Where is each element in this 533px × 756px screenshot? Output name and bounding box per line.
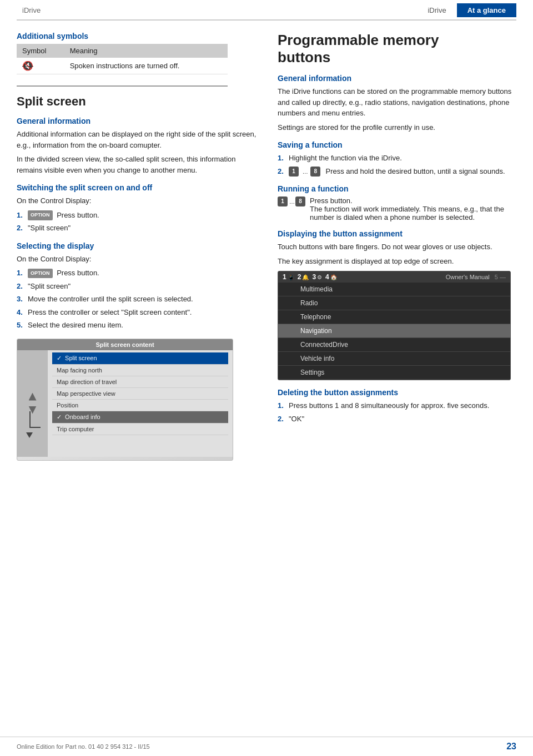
- switching-subtitle: Switching the split screen on and off: [17, 183, 261, 192]
- btn-display-row: Settings: [278, 366, 510, 380]
- ss-menu-item: Map facing north: [52, 365, 228, 376]
- step-item: 4. Press the controller or select "Split…: [17, 307, 261, 318]
- ss-menu-item: Map direction of travel: [52, 376, 228, 388]
- btn-header-item-3: 3 ⚙: [312, 273, 322, 281]
- saving-subtitle: Saving a function: [278, 140, 516, 149]
- additional-symbols-title: Additional symbols: [17, 32, 261, 41]
- switching-intro: On the Control Display:: [17, 195, 261, 206]
- step-item: 1. Highlight the function via the iDrive…: [278, 153, 516, 164]
- step-item: 2. "Split screen": [17, 281, 261, 292]
- step-item: 5. Select the desired menu item.: [17, 320, 261, 331]
- step-item: 3. Move the controller until the split s…: [17, 294, 261, 305]
- section-divider: [17, 85, 228, 87]
- page-number: 23: [506, 742, 516, 752]
- ss-menu-item-onboard: ✓ Onboard info: [52, 411, 228, 424]
- splitscreen-menu: ✓ Split screen Map facing north Map dire…: [48, 350, 233, 457]
- symbols-row: 🔇 Spoken instructions are turned off.: [17, 58, 228, 74]
- symbols-col-symbol: Symbol: [17, 44, 64, 58]
- step-item: 2. 1 … 8 Press and hold the desired butt…: [278, 166, 516, 177]
- step-item: 1. Press buttons 1 and 8 simultaneously …: [278, 400, 516, 411]
- btn-header-item-2: 2 🔔: [298, 273, 309, 281]
- btn-display-owner-manual: Owner's Manual: [446, 274, 490, 280]
- prog-general-info-subtitle: General information: [278, 74, 516, 83]
- step-item: 1. OPTION Press button.: [17, 268, 261, 279]
- selecting-steps: 1. OPTION Press button. 2. "Split screen…: [17, 268, 261, 331]
- symbols-table: Symbol Meaning 🔇 Spoken instructions are…: [17, 44, 228, 74]
- prog-general-para-2: Settings are stored for the profile curr…: [278, 122, 516, 133]
- ss-menu-item: ✓ Split screen: [52, 352, 228, 365]
- saving-steps: 1. Highlight the function via the iDrive…: [278, 153, 516, 177]
- btn-display-row: ConnectedDrive: [278, 338, 510, 352]
- main-content: Additional symbols Symbol Meaning 🔇 Spok…: [0, 21, 533, 483]
- step-item: 1. OPTION Press button.: [17, 210, 261, 221]
- header-tabs: iDrive At a glance: [417, 3, 516, 17]
- footer-text: Online Edition for Part no. 01 40 2 954 …: [17, 743, 150, 750]
- symbols-col-meaning: Meaning: [64, 44, 228, 58]
- programmable-memory-title: Programmable memorybuttons: [278, 32, 516, 66]
- page-header: iDrive iDrive At a glance: [17, 0, 516, 21]
- btn-display-body: Multimedia Radio Telephone Navigation Co…: [278, 283, 510, 380]
- running-text: The function will work immediately. This…: [310, 205, 504, 221]
- symbol-icon: 🔇: [17, 58, 64, 74]
- ss-menu-item: Position: [52, 400, 228, 411]
- btn-display-header: 1 📱 2 🔔 3 ⚙ 4 🏠 Owner's Manual 5 —: [278, 271, 510, 283]
- symbol-meaning: Spoken instructions are turned off.: [64, 58, 228, 74]
- selecting-intro: On the Control Display:: [17, 254, 261, 265]
- header-left-label: iDrive: [17, 6, 41, 14]
- tab-idrive[interactable]: iDrive: [417, 3, 456, 17]
- general-info-para-2: In the divided screen view, the so-calle…: [17, 154, 261, 175]
- left-column: Additional symbols Symbol Meaning 🔇 Spok…: [17, 32, 261, 461]
- btn-header-item-1: 1 📱: [283, 273, 294, 281]
- prog-general-para-1: The iDrive functions can be stored on th…: [278, 86, 516, 119]
- splitscreen-image: Split screen content ✓ Split screen Map …: [17, 339, 233, 461]
- button-display-image: 1 📱 2 🔔 3 ⚙ 4 🏠 Owner's Manual 5 —: [278, 271, 511, 380]
- num-btn-1: 1: [289, 167, 299, 177]
- btn-display-row: Vehicle info: [278, 352, 510, 366]
- deleting-subtitle: Deleting the button assignments: [278, 388, 516, 397]
- run-num-btn-8: 8: [295, 196, 305, 206]
- switching-steps: 1. OPTION Press button. 2. "Split screen…: [17, 210, 261, 234]
- num-btn-8: 8: [310, 167, 320, 177]
- selecting-subtitle: Selecting the display: [17, 241, 261, 250]
- running-section: 1 … 8 Press button. The function will wo…: [278, 196, 516, 221]
- btn-display-row: Multimedia: [278, 283, 510, 296]
- tab-at-a-glance[interactable]: At a glance: [457, 3, 516, 17]
- general-info-subtitle-left: General information: [17, 117, 261, 125]
- ss-menu-item: Map perspective view: [52, 388, 228, 400]
- ss-menu-item: Trip computer: [52, 424, 228, 435]
- run-num-btn-1: 1: [278, 196, 288, 206]
- step-item: 2. "Split screen": [17, 223, 261, 234]
- option-button-icon: OPTION: [28, 269, 53, 279]
- splitscreen-left-controls: [17, 350, 48, 457]
- general-info-para-1: Additional information can be displayed …: [17, 129, 261, 150]
- displaying-subtitle: Displaying the button assignment: [278, 229, 516, 238]
- btn-display-row: Telephone: [278, 310, 510, 324]
- displaying-para-1: Touch buttons with bare fingers. Do not …: [278, 241, 516, 253]
- split-screen-title: Split screen: [17, 94, 261, 109]
- displaying-para-2: The key assignment is displayed at top e…: [278, 256, 516, 267]
- deleting-steps: 1. Press buttons 1 and 8 simultaneously …: [278, 400, 516, 424]
- btn-display-item-5: 5 —: [493, 274, 506, 280]
- option-button-icon: OPTION: [28, 210, 53, 220]
- right-column: Programmable memorybuttons General infor…: [278, 32, 516, 461]
- page-footer: Online Edition for Part no. 01 40 2 954 …: [0, 737, 533, 756]
- step-item: 2. "OK": [278, 414, 516, 425]
- btn-header-item-4: 4 🏠: [325, 273, 337, 281]
- running-intro: Press button.: [310, 196, 353, 205]
- btn-display-row: Radio: [278, 296, 510, 310]
- btn-display-row-selected: Navigation: [278, 324, 510, 338]
- running-subtitle: Running a function: [278, 184, 516, 193]
- splitscreen-header: Split screen content: [17, 339, 233, 350]
- splitscreen-body: ✓ Split screen Map facing north Map dire…: [17, 350, 233, 457]
